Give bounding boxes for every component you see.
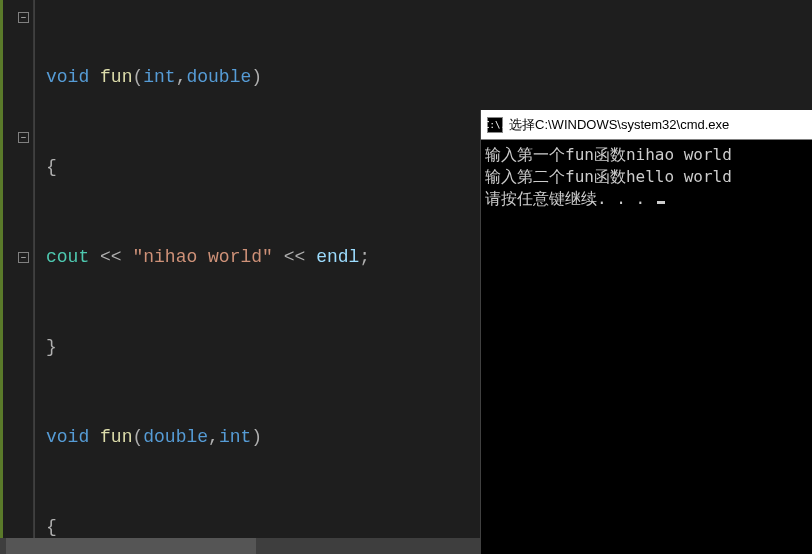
console-titlebar[interactable]: C:\. 选择C:\WINDOWS\system32\cmd.exe bbox=[481, 110, 812, 140]
fold-toggle[interactable]: − bbox=[18, 12, 29, 23]
console-title: 选择C:\WINDOWS\system32\cmd.exe bbox=[509, 116, 729, 134]
fold-toggle[interactable]: − bbox=[18, 252, 29, 263]
output-line: 请按任意键继续. . . bbox=[485, 189, 655, 208]
output-line: 输入第一个fun函数nihao world bbox=[485, 145, 732, 164]
fold-toggle[interactable]: − bbox=[18, 132, 29, 143]
scrollbar-thumb[interactable] bbox=[6, 538, 256, 554]
console-window: C:\. 选择C:\WINDOWS\system32\cmd.exe 输入第一个… bbox=[480, 110, 812, 554]
fold-gutter: − − − bbox=[0, 0, 34, 554]
console-output[interactable]: 输入第一个fun函数nihao world 输入第二个fun函数hello wo… bbox=[481, 140, 812, 214]
indent-guide bbox=[34, 0, 42, 554]
output-line: 输入第二个fun函数hello world bbox=[485, 167, 732, 186]
code-line[interactable]: void fun(int,double) bbox=[42, 62, 812, 92]
horizontal-scrollbar[interactable] bbox=[0, 538, 480, 554]
text-cursor bbox=[657, 201, 665, 204]
cmd-icon: C:\. bbox=[487, 117, 503, 133]
